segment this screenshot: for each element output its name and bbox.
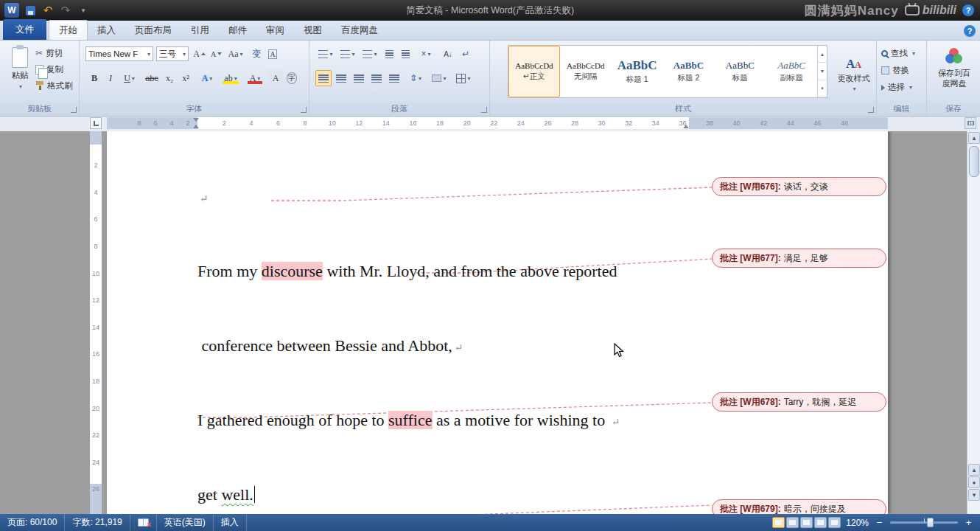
change-styles-dropdown-icon[interactable]: ▾	[853, 86, 855, 92]
numbering-button[interactable]: ▾	[337, 46, 358, 62]
comment-balloon[interactable]: 批注 [W用677]: 满足，足够	[712, 249, 886, 268]
highlighted-word[interactable]: suffice	[388, 411, 432, 429]
underline-dropdown-icon[interactable]: ▾	[132, 75, 135, 82]
scrollbar-thumb[interactable]	[969, 146, 979, 177]
multilevel-list-button[interactable]: ▾	[360, 46, 380, 62]
asian-layout-button[interactable]: × ▾	[416, 46, 436, 62]
tab-view[interactable]: 视图	[294, 21, 332, 40]
text-effects-button[interactable]: A ▾	[197, 70, 217, 86]
phonetic-guide-button[interactable]: 变	[249, 46, 264, 62]
shading-dropdown-icon[interactable]: ▾	[443, 75, 446, 82]
subscript-button[interactable]: x₂	[162, 70, 177, 86]
multilevel-dropdown-icon[interactable]: ▾	[374, 51, 377, 58]
tab-stop-selector[interactable]	[90, 117, 102, 129]
font-color-button[interactable]: A ▾	[245, 70, 265, 86]
numbering-dropdown-icon[interactable]: ▾	[351, 51, 354, 58]
justify-button[interactable]	[315, 70, 332, 86]
first-line-indent-marker[interactable]	[193, 118, 199, 122]
align-center-button[interactable]	[351, 70, 367, 86]
find-button[interactable]: 查找 ▾	[881, 46, 915, 60]
cut-button[interactable]: ✂ 剪切	[35, 46, 63, 60]
font-dialog-launcher-icon[interactable]	[301, 107, 307, 113]
paste-dropdown-icon[interactable]: ▾	[19, 83, 22, 90]
borders-dropdown-icon[interactable]: ▾	[467, 75, 470, 82]
font-name-dropdown-icon[interactable]: ▾	[147, 51, 150, 58]
font-name-combo[interactable]: Times New F ▾	[85, 46, 153, 61]
paste-button[interactable]: 粘贴 ▾	[4, 45, 35, 103]
bullets-dropdown-icon[interactable]: ▾	[329, 51, 332, 58]
outline-view-button[interactable]	[814, 517, 827, 528]
scroll-up-button[interactable]: ▲	[968, 132, 980, 144]
proofing-status[interactable]: ×	[130, 514, 157, 531]
highlighted-word[interactable]: discourse	[262, 262, 323, 280]
bold-button[interactable]: B	[87, 70, 102, 86]
tab-file[interactable]: 文件	[3, 19, 46, 40]
word-logo-icon[interactable]: W	[4, 3, 19, 18]
hanging-indent-marker[interactable]	[193, 125, 199, 128]
qat-customize-dropdown-icon[interactable]: ▾	[77, 4, 90, 17]
word-count[interactable]: 字数: 21,919	[65, 514, 130, 531]
font-size-dropdown-icon[interactable]: ▾	[183, 51, 186, 58]
style-normal[interactable]: AaBbCcDd ↵正文	[508, 46, 560, 97]
select-dropdown-icon[interactable]: ▾	[909, 84, 912, 91]
tab-home[interactable]: 开始	[49, 20, 88, 40]
align-left-button[interactable]	[333, 70, 349, 86]
asian-layout-dropdown-icon[interactable]: ▾	[428, 51, 431, 58]
previous-page-button[interactable]: ▲	[968, 464, 980, 476]
style-title[interactable]: AaBbC 标题	[714, 46, 766, 97]
ruler-toggle-button[interactable]	[965, 117, 976, 129]
tab-references[interactable]: 引用	[181, 21, 219, 40]
tab-page-layout[interactable]: 页面布局	[125, 21, 181, 40]
print-layout-view-button[interactable]	[772, 517, 785, 528]
style-subtitle[interactable]: AaBbC 副标题	[766, 46, 817, 97]
text-effects-dropdown-icon[interactable]: ▾	[209, 75, 212, 82]
document-page[interactable]: ↵ From my discourse with Mr. Lloyd, and …	[107, 131, 888, 514]
ribbon-help-icon[interactable]: ?	[964, 25, 976, 37]
gallery-scroll-down-icon[interactable]: ▼	[818, 63, 827, 80]
save-to-netdisk-button[interactable]: 保存到百度网盘	[933, 45, 976, 104]
show-hide-marks-button[interactable]: ↵	[458, 46, 473, 62]
font-size-combo[interactable]: 三号 ▾	[156, 46, 189, 61]
distribute-button[interactable]	[386, 70, 402, 86]
shrink-font-button[interactable]: A	[209, 46, 224, 62]
change-styles-button[interactable]: AA 更改样式 ▾	[833, 45, 874, 104]
change-case-button[interactable]: Aa ▾	[225, 46, 245, 62]
underline-button[interactable]: U ▾	[119, 70, 139, 86]
draft-view-button[interactable]	[828, 517, 841, 528]
borders-button[interactable]: ▾	[452, 70, 475, 86]
decrease-indent-button[interactable]	[382, 46, 396, 62]
page-indicator[interactable]: 页面: 60/100	[0, 514, 65, 531]
replace-button[interactable]: 替换	[881, 63, 909, 77]
tab-insert[interactable]: 插入	[88, 21, 125, 40]
style-no-spacing[interactable]: AaBbCcDd 无间隔	[560, 46, 612, 97]
insert-mode-indicator[interactable]: 插入	[214, 514, 247, 531]
language-indicator[interactable]: 英语(美国)	[157, 514, 214, 531]
tab-review[interactable]: 审阅	[256, 21, 294, 40]
right-indent-marker[interactable]	[683, 125, 689, 128]
enclose-characters-button[interactable]: 字	[284, 70, 299, 86]
undo-icon[interactable]: ↶	[41, 4, 55, 17]
comment-balloon[interactable]: 批注 [W用676]: 谈话，交谈	[712, 177, 886, 196]
select-button[interactable]: 选择 ▾	[881, 80, 912, 94]
increase-indent-button[interactable]	[398, 46, 413, 62]
copy-button[interactable]: 复制	[35, 63, 63, 76]
superscript-button[interactable]: x²	[178, 70, 193, 86]
web-layout-view-button[interactable]	[800, 517, 813, 528]
document-text[interactable]: ↵ From my discourse with Mr. Lloyd, and …	[197, 140, 713, 514]
text-highlight-button[interactable]: ab ▾	[220, 70, 242, 86]
strikethrough-button[interactable]: abc	[143, 70, 161, 86]
zoom-out-button[interactable]: −	[874, 517, 885, 528]
find-dropdown-icon[interactable]: ▾	[912, 50, 915, 57]
comment-balloon[interactable]: 批注 [W用679]: 暗示，间接提及	[712, 499, 886, 514]
help-icon[interactable]: ?	[962, 4, 974, 16]
shading-button[interactable]: ▾	[429, 70, 449, 86]
grow-font-button[interactable]: A	[192, 46, 207, 62]
paragraph-dialog-launcher-icon[interactable]	[481, 107, 487, 113]
gallery-more-icon[interactable]: ▾	[818, 80, 827, 97]
zoom-level[interactable]: 120%	[846, 518, 869, 528]
save-icon[interactable]	[24, 4, 37, 17]
character-border-button[interactable]: A	[265, 46, 280, 62]
tab-baidu-netdisk[interactable]: 百度网盘	[332, 21, 388, 40]
sort-button[interactable]: A↓	[439, 46, 457, 62]
styles-dialog-launcher-icon[interactable]	[868, 107, 874, 113]
